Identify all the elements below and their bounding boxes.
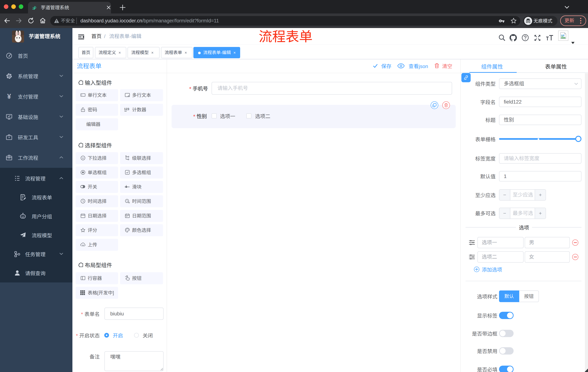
svg-text:123: 123 xyxy=(124,107,129,111)
